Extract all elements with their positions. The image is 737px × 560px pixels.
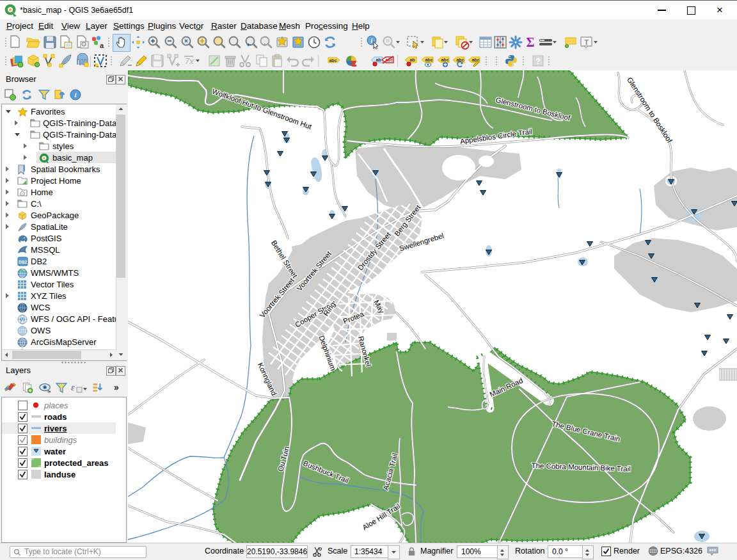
svg-text:7x: 7x	[185, 56, 194, 66]
svg-text:V: V	[21, 317, 24, 322]
svg-text:abc: abc	[385, 58, 393, 62]
svg-text:a: a	[100, 42, 104, 49]
svg-text:abc: abc	[441, 58, 448, 62]
svg-text:ε: ε	[71, 383, 75, 392]
svg-text:Σ: Σ	[526, 35, 534, 49]
svg-text:abc: abc	[425, 58, 432, 62]
svg-text:i: i	[371, 37, 373, 44]
svg-text:ab: ab	[409, 58, 415, 62]
svg-text:abc: abc	[472, 58, 479, 62]
svg-text:?: ?	[535, 57, 540, 66]
svg-text:abc: abc	[329, 58, 337, 63]
svg-text:T: T	[584, 38, 589, 46]
svg-text:DB2: DB2	[19, 260, 27, 264]
